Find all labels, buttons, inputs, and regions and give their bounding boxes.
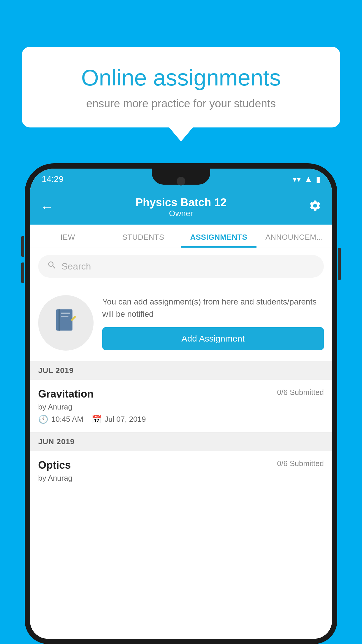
section-jun-2019: JUN 2019 — [30, 433, 332, 451]
speech-bubble-subtitle: ensure more practice for your students — [42, 97, 320, 110]
speech-bubble: Online assignments ensure more practice … — [22, 47, 340, 127]
assignment-submitted-gravitation: 0/6 Submitted — [277, 388, 324, 397]
header-center: Physics Batch 12 Owner — [136, 196, 227, 218]
svg-rect-3 — [61, 316, 68, 317]
svg-rect-1 — [59, 309, 60, 330]
phone-screen: 14:29 ▾▾ ▲ ▮ ← Physics Batch 12 Owner — [30, 169, 332, 639]
tab-announcements[interactable]: ANNOUNCEM... — [256, 225, 332, 248]
tab-assignments[interactable]: ASSIGNMENTS — [181, 225, 256, 248]
wifi-icon: ▾▾ — [293, 174, 301, 184]
assignment-item-top: Gravitation 0/6 Submitted — [38, 388, 324, 400]
screen-content: Search — [30, 248, 332, 639]
status-icons: ▾▾ ▲ ▮ — [293, 174, 320, 184]
phone-outer: 14:29 ▾▾ ▲ ▮ ← Physics Batch 12 Owner — [25, 163, 337, 644]
assignment-meta-gravitation: 🕙 10:45 AM 📅 Jul 07, 2019 — [38, 414, 324, 424]
add-assignment-promo: You can add assignment(s) from here and … — [30, 285, 332, 361]
clock-icon: 🕙 — [38, 414, 48, 424]
phone-notch — [152, 169, 210, 185]
back-button[interactable]: ← — [41, 200, 53, 214]
svg-rect-2 — [61, 312, 70, 314]
assignment-by-gravitation: by Anurag — [38, 402, 324, 412]
side-volume-up — [21, 236, 24, 257]
speech-bubble-container: Online assignments ensure more practice … — [22, 47, 340, 127]
status-time: 14:29 — [42, 174, 64, 184]
header-title: Physics Batch 12 — [136, 196, 227, 209]
notebook-icon — [53, 307, 79, 339]
header-subtitle: Owner — [136, 209, 227, 218]
tab-iew[interactable]: IEW — [30, 225, 106, 248]
phone-camera — [177, 177, 185, 186]
phone-mockup: 14:29 ▾▾ ▲ ▮ ← Physics Batch 12 Owner — [25, 163, 337, 644]
promo-right: You can add assignment(s) from here and … — [102, 296, 324, 350]
side-power-button — [338, 248, 341, 280]
assignment-time-gravitation: 🕙 10:45 AM — [38, 414, 83, 424]
promo-text: You can add assignment(s) from here and … — [102, 296, 324, 320]
assignment-date-gravitation: 📅 Jul 07, 2019 — [92, 414, 146, 424]
search-bar: Search — [30, 248, 332, 285]
assignment-submitted-optics: 0/6 Submitted — [277, 459, 324, 468]
signal-icon: ▲ — [304, 174, 312, 184]
promo-icon-circle — [38, 295, 94, 351]
section-jul-2019: JUL 2019 — [30, 361, 332, 380]
side-volume-down — [21, 262, 24, 283]
search-placeholder: Search — [61, 261, 91, 272]
time-text: 10:45 AM — [51, 415, 83, 424]
battery-icon: ▮ — [316, 174, 320, 184]
assignment-name-optics: Optics — [38, 459, 71, 471]
date-text: Jul 07, 2019 — [105, 415, 146, 424]
tab-bar: IEW STUDENTS ASSIGNMENTS ANNOUNCEM... — [30, 225, 332, 248]
settings-button[interactable] — [309, 199, 321, 215]
assignment-name-gravitation: Gravitation — [38, 388, 94, 400]
add-assignment-button[interactable]: Add Assignment — [102, 327, 324, 350]
assignment-by-optics: by Anurag — [38, 474, 324, 483]
speech-bubble-title: Online assignments — [42, 64, 320, 92]
assignment-item-gravitation[interactable]: Gravitation 0/6 Submitted by Anurag 🕙 10… — [30, 380, 332, 433]
assignment-item-optics[interactable]: Optics 0/6 Submitted by Anurag — [30, 451, 332, 494]
calendar-icon: 📅 — [92, 414, 102, 424]
search-input-wrap[interactable]: Search — [38, 255, 324, 278]
search-icon — [47, 260, 57, 272]
app-header: ← Physics Batch 12 Owner — [30, 190, 332, 225]
tab-students[interactable]: STUDENTS — [106, 225, 181, 248]
assignment-item-top-optics: Optics 0/6 Submitted — [38, 459, 324, 471]
